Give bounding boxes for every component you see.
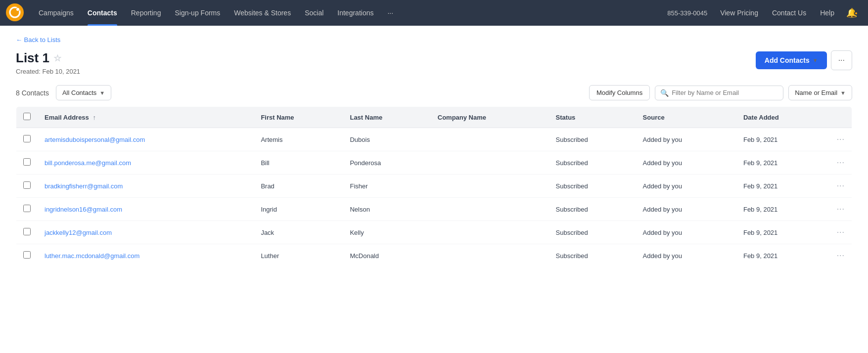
nav-more[interactable]: ··· (380, 0, 400, 26)
col-actions (830, 107, 852, 128)
email-link-1[interactable]: bill.ponderosa.me@gmail.com (45, 159, 131, 167)
table-row: ingridnelson16@gmail.com Ingrid Nelson S… (16, 198, 852, 221)
col-company[interactable]: Company Name (431, 107, 549, 128)
search-input[interactable] (672, 89, 778, 96)
row-actions-cell-4: ··· (830, 221, 852, 244)
nav-social[interactable]: Social (298, 0, 330, 26)
table-row: bradkingfisherr@gmail.com Brad Fisher Su… (16, 175, 852, 198)
row-checkbox-0[interactable] (23, 135, 31, 142)
svg-point-3 (16, 8, 19, 11)
email-link-5[interactable]: luther.mac.mcdonald@gmail.com (45, 252, 139, 260)
modify-columns-button[interactable]: Modify Columns (589, 85, 650, 100)
row-checkbox-cell (16, 175, 38, 198)
row-email-1: bill.ponderosa.me@gmail.com (38, 151, 254, 175)
table-toolbar: 8 Contacts All Contacts ▼ Modify Columns… (16, 85, 852, 100)
row-last-name-5: McDonald (343, 244, 430, 267)
row-checkbox-4[interactable] (23, 228, 31, 235)
add-contacts-chevron-icon: ▼ (813, 57, 818, 63)
row-checkbox-cell (16, 198, 38, 221)
col-status[interactable]: Status (549, 107, 636, 128)
row-status-2: Subscribed (549, 175, 636, 198)
nav-view-pricing[interactable]: View Pricing (713, 0, 765, 26)
nav-reporting[interactable]: Reporting (124, 0, 168, 26)
row-actions-cell-0: ··· (830, 128, 852, 151)
nav-campaigns[interactable]: Campaigns (32, 0, 81, 26)
row-checkbox-3[interactable] (23, 205, 31, 212)
row-checkbox-1[interactable] (23, 158, 31, 166)
email-link-0[interactable]: artemisduboispersonal@gmail.com (45, 136, 145, 143)
nav-websites-stores[interactable]: Websites & Stores (227, 0, 298, 26)
row-checkbox-cell (16, 128, 38, 151)
page-title-section: List 1 ☆ Created: Feb 10, 2021 (16, 50, 80, 75)
row-actions-cell-5: ··· (830, 244, 852, 267)
row-checkbox-2[interactable] (23, 181, 31, 189)
row-more-actions-2[interactable]: ··· (837, 181, 845, 190)
row-checkbox-5[interactable] (23, 251, 31, 259)
row-date-added-2: Feb 9, 2021 (736, 175, 830, 198)
col-date-added[interactable]: Date Added (736, 107, 830, 128)
row-status-3: Subscribed (549, 198, 636, 221)
row-last-name-4: Kelly (343, 221, 430, 244)
nav-help[interactable]: Help (813, 0, 841, 26)
row-email-4: jackkelly12@gmail.com (38, 221, 254, 244)
search-box: 🔍 (655, 86, 783, 100)
table-row: jackkelly12@gmail.com Jack Kelly Subscri… (16, 221, 852, 244)
row-source-5: Added by you (636, 244, 736, 267)
logo[interactable] (6, 3, 32, 23)
col-source[interactable]: Source (636, 107, 736, 128)
row-email-5: luther.mac.mcdonald@gmail.com (38, 244, 254, 267)
row-status-5: Subscribed (549, 244, 636, 267)
row-last-name-1: Ponderosa (343, 151, 430, 175)
email-link-2[interactable]: bradkingfisherr@gmail.com (45, 182, 123, 190)
nav-contacts[interactable]: Contacts (81, 0, 124, 26)
sort-arrow-icon: ↑ (92, 114, 96, 121)
row-first-name-2: Brad (254, 175, 343, 198)
row-source-1: Added by you (636, 151, 736, 175)
all-contacts-dropdown[interactable]: All Contacts ▼ (56, 85, 111, 100)
nav-signup-forms[interactable]: Sign-up Forms (168, 0, 227, 26)
row-email-3: ingridnelson16@gmail.com (38, 198, 254, 221)
row-status-0: Subscribed (549, 128, 636, 151)
col-last-name[interactable]: Last Name (343, 107, 430, 128)
row-more-actions-1[interactable]: ··· (837, 158, 845, 167)
row-company-4 (431, 221, 549, 244)
row-email-2: bradkingfisherr@gmail.com (38, 175, 254, 198)
row-more-actions-3[interactable]: ··· (837, 205, 845, 213)
row-first-name-5: Luther (254, 244, 343, 267)
contacts-count: 8 Contacts (16, 89, 49, 97)
row-company-3 (431, 198, 549, 221)
nav-bell-icon[interactable]: 🔔 (841, 7, 862, 18)
select-all-checkbox[interactable] (23, 113, 31, 120)
row-source-0: Added by you (636, 128, 736, 151)
col-first-name[interactable]: First Name (254, 107, 343, 128)
row-more-actions-0[interactable]: ··· (837, 135, 845, 143)
row-last-name-3: Nelson (343, 198, 430, 221)
main-content: ← Back to Lists List 1 ☆ Created: Feb 10… (0, 26, 868, 277)
row-more-actions-5[interactable]: ··· (837, 251, 845, 260)
more-actions-button[interactable]: ··· (831, 50, 852, 70)
row-last-name-0: Dubois (343, 128, 430, 151)
all-contacts-chevron-icon: ▼ (99, 90, 105, 96)
row-actions-cell-1: ··· (830, 151, 852, 175)
email-link-4[interactable]: jackkelly12@gmail.com (45, 229, 112, 236)
col-email[interactable]: Email Address ↑ (38, 107, 254, 128)
row-company-2 (431, 175, 549, 198)
filter-type-dropdown[interactable]: Name or Email ▼ (788, 85, 852, 100)
nav-integrations[interactable]: Integrations (330, 0, 380, 26)
row-more-actions-4[interactable]: ··· (837, 228, 845, 236)
back-to-lists-link[interactable]: ← Back to Lists (16, 36, 60, 44)
search-icon: 🔍 (660, 89, 669, 97)
star-icon[interactable]: ☆ (53, 53, 61, 64)
nav-phone: 855-339-0045 (661, 0, 713, 26)
add-contacts-button[interactable]: Add Contacts ▼ (756, 51, 827, 69)
navbar: Campaigns Contacts Reporting Sign-up For… (0, 0, 868, 26)
row-date-added-0: Feb 9, 2021 (736, 128, 830, 151)
row-first-name-3: Ingrid (254, 198, 343, 221)
row-actions-cell-2: ··· (830, 175, 852, 198)
row-first-name-0: Artemis (254, 128, 343, 151)
row-date-added-5: Feb 9, 2021 (736, 244, 830, 267)
table-row: luther.mac.mcdonald@gmail.com Luther McD… (16, 244, 852, 267)
email-link-3[interactable]: ingridnelson16@gmail.com (45, 206, 122, 213)
row-company-0 (431, 128, 549, 151)
nav-contact-us[interactable]: Contact Us (765, 0, 813, 26)
